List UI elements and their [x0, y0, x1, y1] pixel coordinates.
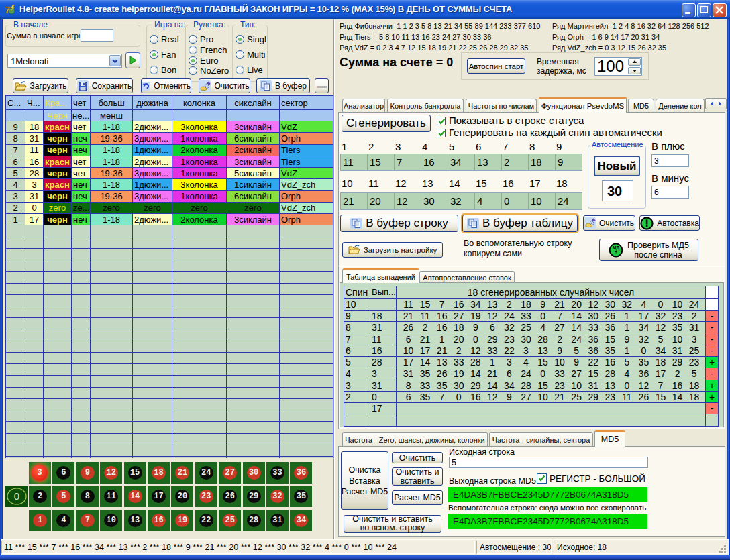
svg-text:0: 0	[14, 490, 19, 502]
svg-text:5: 5	[615, 249, 617, 254]
